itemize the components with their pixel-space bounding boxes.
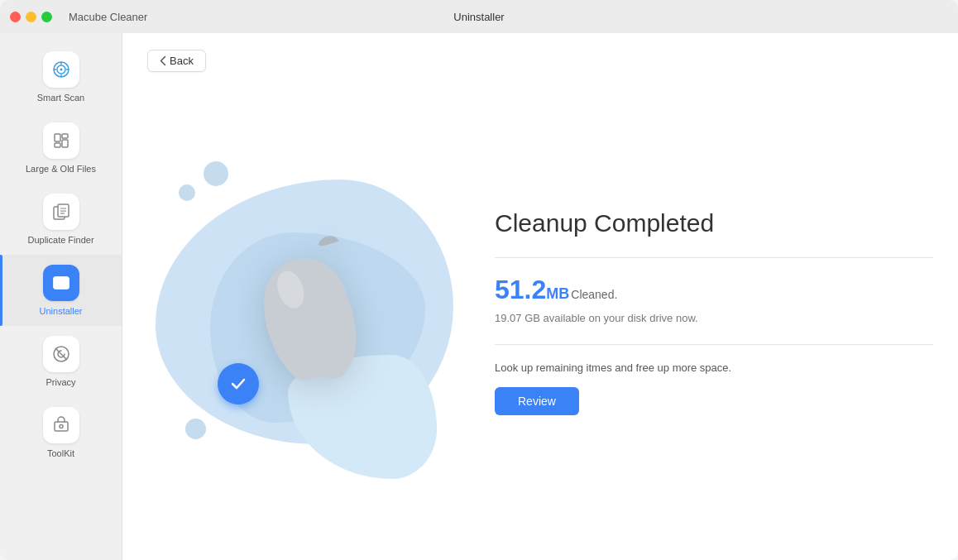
uninstaller-icon — [51, 273, 71, 293]
main-area: Cleanup Completed 51.2MBCleaned. 19.07 G… — [147, 72, 933, 543]
back-button[interactable]: Back — [147, 50, 206, 72]
svg-point-2 — [60, 69, 62, 71]
duplicate-finder-icon-bg — [43, 194, 79, 230]
svg-point-22 — [60, 425, 63, 428]
minimize-button[interactable] — [26, 12, 36, 22]
divider-2 — [495, 344, 933, 345]
active-indicator — [0, 255, 2, 326]
checkmark-icon — [228, 374, 248, 394]
duplicate-finder-icon — [51, 202, 71, 222]
large-old-files-icon-bg — [43, 122, 79, 159]
window-title: Uninstaller — [453, 11, 504, 23]
review-button[interactable]: Review — [495, 387, 579, 415]
sidebar-label-privacy: Privacy — [46, 377, 75, 387]
sidebar-item-large-old-files[interactable]: Large & Old Files — [0, 112, 122, 184]
content-area: Back — [122, 33, 958, 560]
close-button[interactable] — [10, 12, 21, 22]
sidebar-item-duplicate-finder[interactable]: Duplicate Finder — [0, 184, 122, 255]
size-row: 51.2MBCleaned. — [495, 275, 933, 305]
svg-line-20 — [55, 348, 67, 360]
sidebar-item-privacy[interactable]: Privacy — [0, 326, 122, 397]
large-old-files-icon — [51, 131, 71, 151]
privacy-icon-bg — [43, 336, 79, 372]
sidebar-label-uninstaller: Uninstaller — [40, 306, 83, 316]
cleanup-title: Cleanup Completed — [495, 209, 933, 237]
illustration — [147, 113, 462, 510]
traffic-lights — [10, 12, 52, 22]
size-number: 51.2 — [495, 275, 546, 304]
app-name: Macube Cleaner — [69, 11, 147, 23]
app-body: Smart Scan Large & Old Files — [0, 33, 958, 560]
svg-rect-7 — [55, 134, 60, 141]
bubble-2 — [179, 184, 195, 201]
svg-rect-21 — [55, 422, 68, 431]
privacy-icon — [51, 344, 71, 364]
bubble-3 — [185, 419, 206, 439]
sidebar-label-smart-scan: Smart Scan — [37, 93, 84, 103]
titlebar: Macube Cleaner Uninstaller — [0, 0, 958, 33]
sidebar-item-uninstaller[interactable]: Uninstaller — [0, 255, 122, 326]
bubble-1 — [204, 161, 228, 186]
back-button-label: Back — [170, 55, 194, 67]
sidebar-item-smart-scan[interactable]: Smart Scan — [0, 41, 122, 112]
sidebar-label-toolkit: ToolKit — [47, 448, 74, 458]
smart-scan-icon-bg — [43, 51, 79, 88]
apple-logo-wrapper — [230, 227, 379, 396]
check-badge — [218, 363, 259, 404]
divider-1 — [495, 257, 933, 258]
promo-text: Look up remaining itmes and free up more… — [495, 361, 933, 374]
cleaned-label: Cleaned. — [571, 288, 617, 301]
sidebar-label-large-old-files: Large & Old Files — [26, 164, 96, 174]
disk-info: 19.07 GB available on your disk drive no… — [495, 312, 933, 324]
svg-rect-9 — [62, 134, 68, 138]
svg-rect-10 — [62, 140, 68, 147]
sidebar-label-duplicate-finder: Duplicate Finder — [27, 235, 93, 245]
smart-scan-icon — [51, 60, 71, 79]
maximize-button[interactable] — [41, 12, 52, 22]
uninstaller-icon-bg — [43, 265, 79, 301]
back-arrow-icon — [160, 55, 166, 66]
sidebar: Smart Scan Large & Old Files — [0, 33, 122, 560]
svg-rect-8 — [55, 143, 60, 147]
toolkit-icon — [51, 415, 71, 435]
toolkit-icon-bg — [43, 407, 79, 443]
info-panel: Cleanup Completed 51.2MBCleaned. 19.07 G… — [495, 193, 933, 432]
size-unit: MB — [546, 285, 569, 302]
sidebar-item-toolkit[interactable]: ToolKit — [0, 397, 122, 468]
